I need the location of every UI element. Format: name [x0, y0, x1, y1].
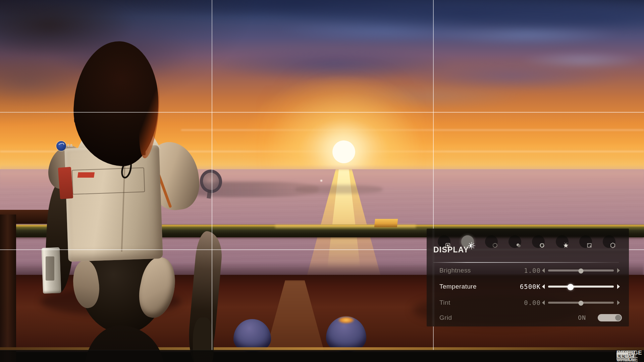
tint-slider-handle[interactable]: [579, 301, 584, 306]
brightness-slider-track[interactable]: [548, 269, 614, 272]
hotkey-bar: ALT SHOW MOUSE F MENU T Y CHANGE TAB R R…: [0, 350, 644, 362]
decrease-arrow-icon[interactable]: [542, 284, 545, 289]
tab-crop-frame[interactable]: [579, 235, 592, 248]
backpack-red-stripe: [77, 172, 95, 178]
increase-arrow-icon[interactable]: [617, 268, 620, 273]
increase-arrow-icon[interactable]: [617, 284, 620, 289]
decrease-arrow-icon[interactable]: [542, 268, 545, 273]
display-settings-panel: DISPLAY Brightness 1.00 Temperature 6500…: [427, 229, 629, 326]
temperature-slider-track[interactable]: [548, 286, 614, 288]
panel-divider: [433, 262, 619, 263]
railing-post-cap: [374, 219, 398, 227]
panel-title: DISPLAY: [433, 245, 469, 254]
tint-value: 0.00: [487, 296, 541, 309]
temperature-row: Temperature 6500K: [427, 280, 629, 293]
grid-label: Grid: [439, 311, 452, 324]
tab-aperture[interactable]: [532, 235, 545, 248]
tint-row: Tint 0.00: [427, 296, 629, 309]
temperature-slider[interactable]: [542, 280, 620, 293]
temperature-label: Temperature: [439, 280, 477, 293]
increase-arrow-icon[interactable]: [617, 300, 620, 305]
dome-light: [337, 316, 355, 324]
wrist-device-screen: [46, 256, 54, 281]
grid-overlay-vertical-line: [212, 0, 212, 350]
tint-label: Tint: [439, 296, 450, 309]
photo-mode-screen: sa: [0, 0, 644, 362]
temperature-slider-handle[interactable]: [567, 284, 574, 290]
tab-hexagon[interactable]: [603, 235, 615, 248]
grid-overlay-horizontal-line: [0, 112, 644, 113]
tint-slider[interactable]: [542, 296, 620, 309]
logo-text: sa: [67, 142, 73, 148]
railing-post-left: [0, 215, 16, 362]
distant-coastline: [295, 185, 382, 194]
decrease-arrow-icon[interactable]: [542, 300, 545, 305]
tab-star[interactable]: [556, 235, 569, 248]
grid-toggle-knob[interactable]: [615, 315, 621, 321]
distant-light: [320, 180, 322, 182]
sun: [332, 140, 355, 163]
tint-slider-track[interactable]: [548, 302, 614, 304]
brightness-row: Brightness 1.00: [427, 264, 629, 277]
grid-row: Grid ON: [427, 311, 629, 324]
tab-color-blend[interactable]: [508, 235, 521, 248]
railing-post-mid: [376, 221, 396, 352]
backpack-red-patch: [58, 167, 73, 199]
astronaut-character: sa: [40, 39, 221, 362]
temperature-value: 6500K: [487, 280, 541, 293]
brightness-value: 1.00: [487, 264, 541, 277]
brightness-slider[interactable]: [542, 264, 620, 277]
tab-contrast[interactable]: [485, 235, 498, 248]
backpack-lower-panel: [72, 167, 145, 194]
brightness-slider-handle[interactable]: [579, 268, 584, 274]
grid-toggle[interactable]: [598, 314, 622, 321]
brightness-label: Brightness: [439, 264, 471, 277]
hotkey-label: CLOSE: [616, 353, 637, 360]
grid-toggle-state: ON: [578, 311, 586, 324]
